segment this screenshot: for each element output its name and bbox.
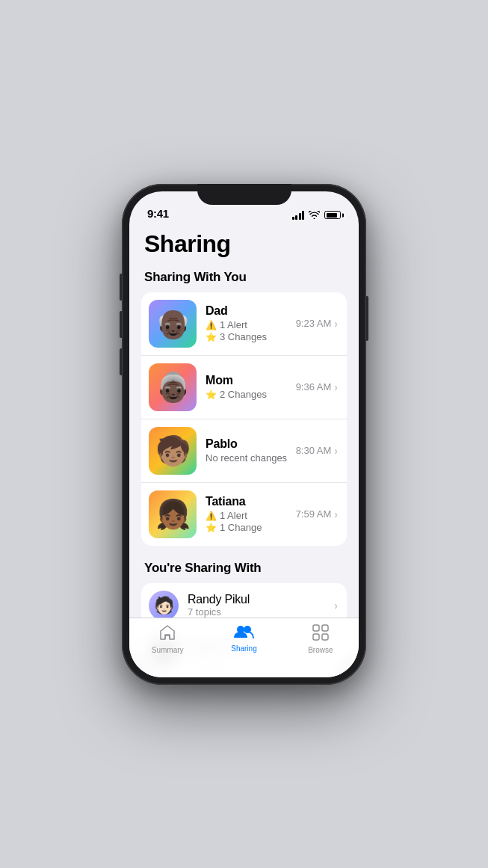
signal-icon bbox=[292, 211, 305, 220]
contact-info-tatiana: Tatiana ⚠️ 1 Alert ⭐ 1 Change bbox=[206, 495, 296, 533]
mom-chevron: › bbox=[334, 381, 338, 393]
tatiana-row-right: 7:59 AM › bbox=[296, 508, 338, 520]
contact-name-pablo: Pablo bbox=[206, 437, 296, 451]
notch bbox=[197, 184, 291, 205]
dad-time: 9:23 AM bbox=[296, 318, 332, 329]
star-icon-dad: ⭐ bbox=[206, 332, 217, 342]
tab-bar: Summary Sharing bbox=[129, 618, 359, 677]
warning-icon-tatiana: ⚠️ bbox=[206, 511, 217, 521]
page-title: Sharing bbox=[129, 224, 359, 270]
summary-icon bbox=[158, 624, 176, 644]
dad-chevron: › bbox=[334, 318, 338, 330]
contact-alerts-dad: ⚠️ 1 Alert ⭐ 3 Changes bbox=[206, 319, 296, 342]
randy-chevron: › bbox=[334, 600, 338, 612]
section-sharing-with-you: Sharing With You bbox=[129, 270, 359, 292]
contact-alerts-pablo: No recent changes bbox=[206, 452, 296, 464]
avatar-randy: 🧑🏻 bbox=[149, 591, 179, 621]
tatiana-chevron: › bbox=[334, 508, 338, 520]
svg-rect-5 bbox=[322, 634, 328, 640]
contact-name-mom: Mom bbox=[206, 374, 296, 387]
contact-row-pablo[interactable]: 🧒🏽 Pablo No recent changes 8:30 AM › bbox=[141, 419, 347, 483]
contact-alerts-mom: ⭐ 2 Changes bbox=[206, 389, 296, 400]
svg-rect-3 bbox=[322, 625, 328, 631]
dad-alert-2: ⭐ 3 Changes bbox=[206, 331, 296, 342]
tab-sharing-label: Sharing bbox=[231, 644, 256, 653]
contact-info-dad: Dad ⚠️ 1 Alert ⭐ 3 Changes bbox=[206, 304, 296, 342]
pablo-row-right: 8:30 AM › bbox=[296, 445, 338, 457]
dad-alert-1: ⚠️ 1 Alert bbox=[206, 319, 296, 330]
tatiana-alert-2: ⭐ 1 Change bbox=[206, 522, 296, 533]
avatar-pablo: 🧒🏽 bbox=[149, 427, 197, 475]
tab-sharing[interactable]: Sharing bbox=[206, 624, 282, 653]
content-area[interactable]: Sharing Sharing With You 👴🏿 Dad ⚠️ 1 Ale bbox=[129, 224, 359, 677]
tab-browse-label: Browse bbox=[308, 646, 333, 654]
simple-name-randy: Randy Pikul bbox=[188, 593, 334, 606]
avatar-tatiana: 👧🏾 bbox=[149, 490, 197, 538]
phone-screen: 9:41 Sharing Sharing With You bbox=[129, 191, 359, 677]
contact-row-dad[interactable]: 👴🏿 Dad ⚠️ 1 Alert ⭐ 3 Changes bbox=[141, 292, 347, 356]
contact-row-mom[interactable]: 👵🏿 Mom ⭐ 2 Changes 9:36 AM › bbox=[141, 356, 347, 419]
tab-summary-label: Summary bbox=[152, 646, 184, 654]
simple-info-randy: Randy Pikul 7 topics bbox=[188, 593, 334, 618]
battery-icon bbox=[324, 211, 341, 219]
svg-rect-2 bbox=[313, 625, 319, 631]
contact-name-dad: Dad bbox=[206, 304, 296, 318]
avatar-dad: 👴🏿 bbox=[149, 300, 197, 348]
warning-icon-dad: ⚠️ bbox=[206, 320, 217, 330]
wifi-icon bbox=[309, 211, 320, 219]
star-icon-mom: ⭐ bbox=[206, 390, 217, 400]
dad-row-right: 9:23 AM › bbox=[296, 318, 338, 330]
contact-row-tatiana[interactable]: 👧🏾 Tatiana ⚠️ 1 Alert ⭐ 1 Change bbox=[141, 483, 347, 546]
section-youre-sharing-with: You're Sharing With bbox=[129, 561, 359, 583]
sharing-icon bbox=[233, 624, 254, 642]
contact-alerts-tatiana: ⚠️ 1 Alert ⭐ 1 Change bbox=[206, 510, 296, 533]
status-icons bbox=[292, 211, 342, 220]
simple-sub-randy: 7 topics bbox=[188, 606, 334, 618]
star-icon-tatiana: ⭐ bbox=[206, 523, 217, 533]
phone-frame: 9:41 Sharing Sharing With You bbox=[122, 184, 366, 685]
pablo-alert-1: No recent changes bbox=[206, 452, 296, 464]
contact-info-mom: Mom ⭐ 2 Changes bbox=[206, 374, 296, 400]
tab-summary[interactable]: Summary bbox=[129, 624, 206, 654]
pablo-time: 8:30 AM bbox=[296, 445, 332, 456]
pablo-chevron: › bbox=[334, 445, 338, 457]
sharing-with-you-list: 👴🏿 Dad ⚠️ 1 Alert ⭐ 3 Changes bbox=[141, 292, 347, 546]
tatiana-alert-1: ⚠️ 1 Alert bbox=[206, 510, 296, 521]
browse-icon bbox=[312, 624, 329, 644]
contact-info-pablo: Pablo No recent changes bbox=[206, 437, 296, 464]
contact-name-tatiana: Tatiana bbox=[206, 495, 296, 508]
svg-rect-4 bbox=[313, 634, 319, 640]
mom-alert-1: ⭐ 2 Changes bbox=[206, 389, 296, 400]
tab-browse[interactable]: Browse bbox=[282, 624, 359, 654]
mom-row-right: 9:36 AM › bbox=[296, 381, 338, 393]
avatar-mom: 👵🏿 bbox=[149, 363, 197, 411]
status-time: 9:41 bbox=[147, 207, 169, 220]
tatiana-time: 7:59 AM bbox=[296, 508, 332, 520]
mom-time: 9:36 AM bbox=[296, 381, 332, 393]
